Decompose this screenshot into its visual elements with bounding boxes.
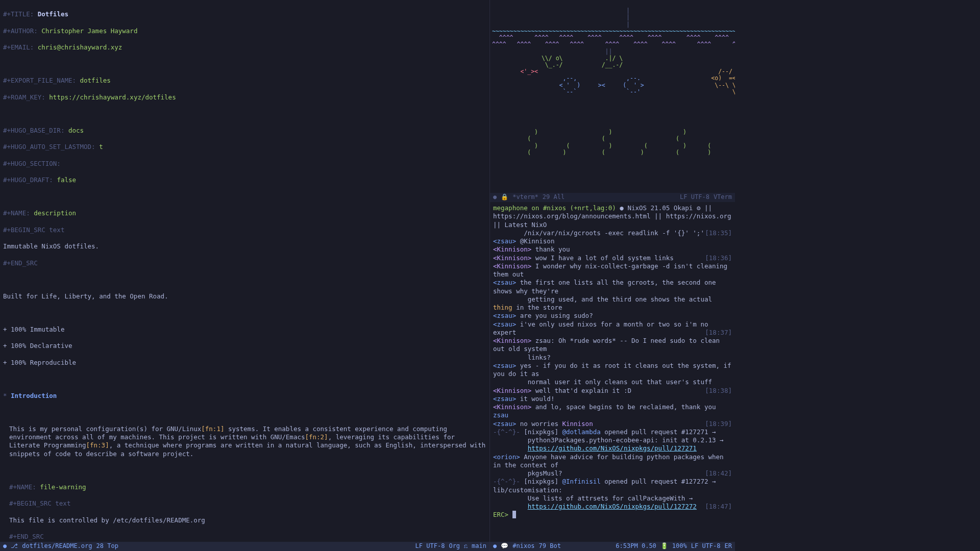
nick-orion[interactable]: <orion> bbox=[493, 453, 520, 461]
buffer-position: 28 Top bbox=[96, 542, 118, 550]
msg-8a: zsau: bbox=[531, 337, 558, 344]
buffer-name[interactable]: *vterm* bbox=[512, 193, 538, 202]
val-export: dotfiles bbox=[80, 77, 111, 84]
end-src-2: #+END_SRC bbox=[9, 533, 44, 540]
topic-c: NixOS 21.05 Okapi bbox=[627, 204, 696, 212]
nick-zsau[interactable]: <zsau> bbox=[493, 420, 516, 428]
fn1[interactable]: [fn:1] bbox=[201, 425, 224, 433]
org-content[interactable]: #+TITLE: Dotfiles #+AUTHOR: Christopher … bbox=[0, 0, 489, 551]
msg-16a: [nixpkgs] bbox=[520, 478, 562, 485]
val-name2: file-warning bbox=[40, 483, 86, 491]
heading-intro[interactable]: Introduction bbox=[11, 392, 57, 399]
val-hugo2: t bbox=[99, 143, 103, 151]
dot-icon: ● bbox=[493, 193, 497, 202]
nick-zsau[interactable]: <zsau> bbox=[493, 320, 516, 328]
vc-branch[interactable]: main bbox=[472, 542, 486, 550]
nick-zsau[interactable]: <zsau> bbox=[493, 362, 516, 369]
vterm-pane: | | | ~~~~~~~~~~~~~~~~~~~~~~~~~~~~~~~~~~… bbox=[490, 0, 735, 202]
right-column: | | | ~~~~~~~~~~~~~~~~~~~~~~~~~~~~~~~~~~… bbox=[490, 0, 980, 551]
nick-kinnison[interactable]: <Kinnison> bbox=[493, 254, 531, 262]
msg-13b: Kinnison bbox=[562, 420, 593, 428]
nick-kinnison[interactable]: <Kinnison> bbox=[493, 262, 531, 270]
msg-14d: python3Packages.python-ecobee-api: init … bbox=[493, 436, 724, 444]
major-mode[interactable]: Org bbox=[449, 542, 460, 550]
nick-zsau[interactable]: <zsau> bbox=[493, 312, 516, 319]
doc-email: chris@chrishayward.xyz bbox=[38, 43, 122, 51]
major-mode[interactable]: VTerm bbox=[714, 193, 732, 202]
encoding: LF UTF-8 bbox=[680, 193, 709, 202]
modeline-erc: ● 💬 #nixos 79 Bot 6:53PM 0.50 🔋 100% LF … bbox=[490, 542, 735, 551]
msg-13a: no worries bbox=[516, 420, 562, 428]
msg-12b: zsau bbox=[493, 411, 508, 419]
erc-content[interactable]: megaphone on #nixos (+nrt,lag:0) ● NixOS… bbox=[490, 202, 735, 521]
star-icon: * bbox=[3, 392, 7, 399]
desc-text: Immutable NixOS dotfiles. bbox=[3, 242, 99, 250]
msg-2: thank you bbox=[531, 245, 570, 253]
vterm-content[interactable]: | | | ~~~~~~~~~~~~~~~~~~~~~~~~~~~~~~~~~~… bbox=[490, 0, 735, 164]
kw-title: #+TITLE: bbox=[3, 10, 34, 18]
encoding: LF UTF-8 bbox=[691, 542, 721, 550]
encoding: LF UTF-8 bbox=[415, 542, 445, 550]
msg-5: the first one lists all the gcroots, the… bbox=[493, 279, 720, 294]
begin-src-text-2: #+BEGIN_SRC text bbox=[9, 499, 70, 507]
cursor[interactable] bbox=[512, 511, 517, 518]
fn2[interactable]: [fn:2] bbox=[305, 433, 328, 441]
dot-icon: ● bbox=[3, 542, 7, 550]
ts-1837: [18:37] bbox=[705, 329, 732, 337]
modeline-vterm: ● 🔒 *vterm* 29 All LF UTF-8 VTerm bbox=[490, 193, 735, 202]
msg-8c: links? bbox=[493, 354, 551, 361]
val-hugo1: docs bbox=[68, 127, 84, 134]
feat-1: + 100% Immutable bbox=[3, 325, 64, 333]
msg-9b: normal user it only cleans out that user… bbox=[493, 378, 712, 386]
nick-kinnison[interactable]: <Kinnison> bbox=[493, 403, 531, 411]
kw-hugo2: #+HUGO_AUTO_SET_LASTMOD: bbox=[3, 143, 95, 151]
nick-zsau[interactable]: <zsau> bbox=[493, 237, 516, 245]
nick-bot[interactable]: -{^-^}- bbox=[493, 428, 520, 436]
msg-6: are you using sudo? bbox=[516, 312, 593, 319]
buffer-position: 29 All bbox=[543, 193, 565, 202]
buffer-name[interactable]: dotfiles/README.org bbox=[22, 542, 92, 550]
kw-hugo4: #+HUGO_DRAFT: bbox=[3, 176, 53, 184]
fn3[interactable]: [fn:3] bbox=[86, 441, 109, 449]
battery-icon: 🔋 bbox=[660, 542, 668, 550]
val-roam: https://chrishayward.xyz/dotfiles bbox=[49, 93, 176, 101]
kw-roam: #+ROAM_KEY: bbox=[3, 93, 45, 101]
intro-a: This is my personal configuration(s) for… bbox=[9, 425, 201, 433]
pr-link-127271[interactable]: https://github.com/NixOS/nixpkgs/pull/12… bbox=[528, 444, 697, 452]
nick-zsau[interactable]: <zsau> bbox=[493, 395, 516, 403]
nick-bot[interactable]: -{^-^}- bbox=[493, 478, 520, 485]
msg-9: yes - if you do it as root it cleans out… bbox=[493, 362, 735, 378]
doc-author: Christopher James Hayward bbox=[41, 27, 137, 35]
msg-10: well that'd explain it :D bbox=[531, 387, 631, 394]
nick-kinnison[interactable]: <Kinnison> bbox=[493, 387, 531, 394]
nick-zsau[interactable]: <zsau> bbox=[493, 279, 516, 286]
kw-hugo1: #+HUGO_BASE_DIR: bbox=[3, 127, 64, 134]
doc-title: Dotfiles bbox=[38, 10, 68, 18]
clock: 6:53PM 0.50 bbox=[616, 542, 656, 550]
feat-3: + 100% Reproducible bbox=[3, 359, 76, 366]
kw-author: #+AUTHOR: bbox=[3, 27, 38, 35]
nick-kinnison[interactable]: <Kinnison> bbox=[493, 245, 531, 253]
nick-kinnison[interactable]: <Kinnison> bbox=[493, 337, 531, 344]
ts-1838: [18:38] bbox=[705, 387, 732, 395]
topic-gear-icon: ⚙ bbox=[697, 204, 704, 212]
buffer-name[interactable]: #nixos bbox=[512, 542, 534, 550]
kw-name1: #+NAME: bbox=[3, 209, 30, 217]
erc-prompt: ERC> bbox=[493, 511, 512, 518]
pr-link-127272[interactable]: https://github.com/NixOS/nixpkgs/pull/12… bbox=[528, 503, 697, 510]
ts-1835: [18:35] bbox=[705, 229, 732, 237]
msg-14c: opened pull request #127271 → bbox=[601, 428, 716, 436]
vc-icon: ⎌ bbox=[464, 542, 468, 550]
chat-icon: 💬 bbox=[501, 542, 508, 550]
topic-dot-icon: ● bbox=[620, 204, 627, 212]
ts-1836: [18:36] bbox=[705, 254, 732, 262]
msg-15: Anyone have advice for building python p… bbox=[493, 453, 727, 469]
major-mode[interactable]: ER bbox=[725, 542, 732, 550]
erc-pane: megaphone on #nixos (+nrt,lag:0) ● NixOS… bbox=[490, 202, 735, 551]
val-name1: description bbox=[34, 209, 76, 217]
msg-16d: Use lists of attrsets for callPackageWit… bbox=[493, 494, 693, 502]
warn-text: This file is controlled by /etc/dotfiles… bbox=[9, 516, 205, 524]
msg-11: it would! bbox=[516, 395, 554, 403]
begin-src-text: #+BEGIN_SRC text bbox=[3, 226, 64, 234]
dot-icon: ● bbox=[493, 542, 497, 550]
